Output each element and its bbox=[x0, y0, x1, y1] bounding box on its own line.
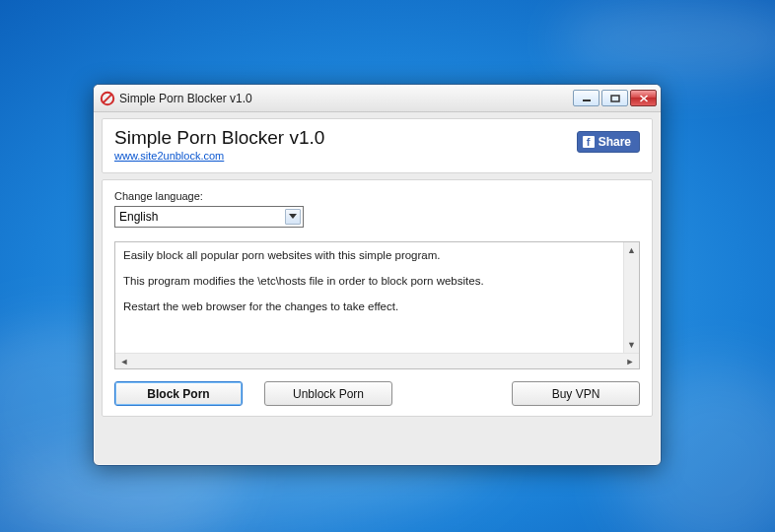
window-controls bbox=[573, 90, 657, 106]
close-button[interactable] bbox=[630, 90, 657, 106]
page-title: Simple Porn Blocker v1.0 bbox=[114, 127, 640, 149]
scroll-left-icon[interactable]: ◄ bbox=[117, 357, 131, 366]
unblock-button-label: Unblock Porn bbox=[293, 387, 364, 401]
minimize-button[interactable] bbox=[573, 90, 599, 106]
language-selected-value: English bbox=[119, 210, 158, 224]
client-area: Simple Porn Blocker v1.0 www.site2unbloc… bbox=[94, 112, 661, 425]
app-window: Simple Porn Blocker v1.0 Simple Porn Blo… bbox=[93, 84, 662, 466]
background-ray bbox=[558, 0, 775, 79]
language-label: Change language: bbox=[114, 190, 640, 202]
info-textbox: Easily block all popular porn websites w… bbox=[114, 241, 640, 369]
info-content: Easily block all popular porn websites w… bbox=[115, 242, 639, 353]
main-panel: Change language: English Easily block al… bbox=[102, 179, 653, 417]
unblock-button[interactable]: Unblock Porn bbox=[264, 381, 392, 406]
info-line: Easily block all popular porn websites w… bbox=[123, 248, 631, 263]
titlebar[interactable]: Simple Porn Blocker v1.0 bbox=[94, 85, 661, 112]
scroll-up-icon[interactable]: ▲ bbox=[624, 242, 639, 258]
scroll-right-icon[interactable]: ► bbox=[623, 357, 637, 366]
window-title: Simple Porn Blocker v1.0 bbox=[119, 92, 573, 105]
horizontal-scrollbar[interactable]: ◄ ► bbox=[115, 353, 639, 368]
button-row: Block Porn Unblock Porn Buy VPN bbox=[114, 381, 640, 406]
facebook-icon: f bbox=[583, 136, 595, 148]
app-icon bbox=[100, 91, 115, 106]
vertical-scrollbar[interactable]: ▲ ▼ bbox=[623, 242, 639, 353]
language-select[interactable]: English bbox=[114, 206, 304, 228]
svg-line-1 bbox=[104, 94, 112, 102]
header-panel: Simple Porn Blocker v1.0 www.site2unbloc… bbox=[102, 118, 653, 173]
buy-vpn-button[interactable]: Buy VPN bbox=[512, 381, 640, 406]
maximize-button[interactable] bbox=[601, 90, 628, 106]
scroll-down-icon[interactable]: ▼ bbox=[624, 337, 639, 353]
svg-marker-6 bbox=[289, 214, 297, 219]
svg-rect-3 bbox=[611, 96, 619, 101]
info-line: This program modifies the \etc\hosts fil… bbox=[123, 274, 631, 289]
buy-vpn-button-label: Buy VPN bbox=[552, 387, 600, 401]
facebook-share-label: Share bbox=[599, 135, 631, 149]
website-link[interactable]: www.site2unblock.com bbox=[114, 150, 224, 162]
block-button-label: Block Porn bbox=[147, 387, 209, 401]
info-line: Restart the web browser for the changes … bbox=[123, 299, 631, 314]
chevron-down-icon bbox=[285, 209, 301, 225]
block-button[interactable]: Block Porn bbox=[114, 381, 243, 406]
facebook-share-button[interactable]: f Share bbox=[577, 131, 640, 153]
